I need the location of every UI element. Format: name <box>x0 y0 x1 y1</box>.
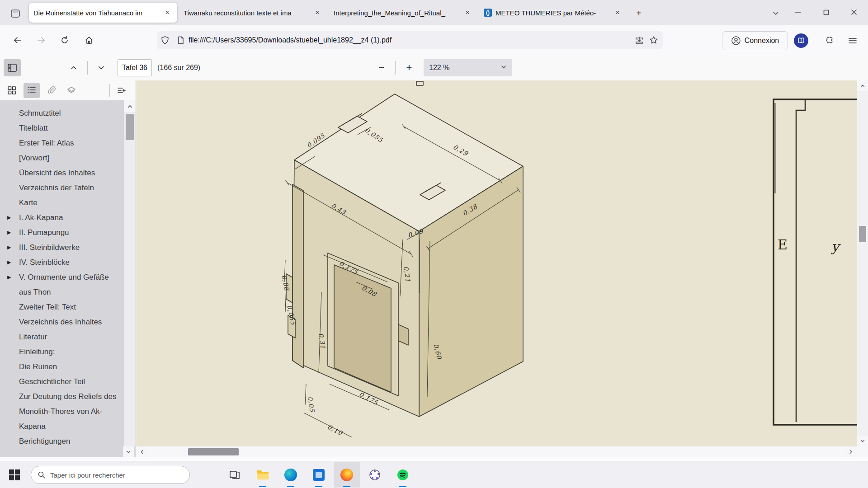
outline-item[interactable]: Verzeichnis des Inhaltes <box>19 314 123 329</box>
outline-item[interactable]: ▶I. Ak-Kapana <box>19 210 123 225</box>
browser-titlebar: Die Ruinenstätte von Tiahuanaco im×Tiwan… <box>0 0 868 25</box>
firefox-view-icon[interactable] <box>6 5 24 22</box>
attachments-paperclip-icon[interactable] <box>43 83 60 98</box>
zoom-out-button[interactable]: − <box>373 59 390 76</box>
outline-item[interactable]: Literatur <box>19 329 123 344</box>
start-button[interactable] <box>4 464 25 486</box>
layers-icon[interactable] <box>63 83 80 98</box>
toggle-sidebar-button[interactable] <box>4 59 21 76</box>
window-minimize-button[interactable] <box>784 1 812 23</box>
vertical-scrollbar[interactable] <box>857 80 868 446</box>
tiahuanaco-stone-drawing: 0,0950,0550,290,430,090,380,080,0550,175… <box>136 80 858 446</box>
outline-item[interactable]: Erster Teil: Atlas <box>19 136 123 150</box>
reload-icon[interactable] <box>56 32 73 49</box>
geogebra-app-icon[interactable] <box>362 462 388 488</box>
expand-triangle-icon[interactable]: ▶ <box>7 270 11 285</box>
horizontal-scroll-thumb[interactable] <box>188 448 239 455</box>
outline-item[interactable]: Verzeichnis der Tafeln <box>19 180 123 195</box>
expand-triangle-icon[interactable]: ▶ <box>7 240 11 255</box>
scroll-right-icon[interactable] <box>845 446 856 457</box>
next-page-button[interactable] <box>93 59 110 76</box>
outline-item[interactable]: Die Ruinen <box>19 359 123 374</box>
tab-close-icon[interactable]: × <box>462 7 473 18</box>
file-explorer-icon[interactable] <box>250 462 276 488</box>
expand-triangle-icon[interactable]: ▶ <box>7 210 11 225</box>
dimension-label: 0,05 <box>307 396 316 413</box>
tab-close-icon[interactable]: × <box>612 7 623 18</box>
browser-tab[interactable]: Interpreting_the_Meaning_of_Ritual_× <box>329 3 477 23</box>
outline-item[interactable]: Schmutztitel <box>19 106 123 121</box>
tab-strip: Die Ruinenstätte von Tiahuanaco im×Tiwan… <box>28 0 628 25</box>
browser-tab[interactable]: Tiwanaku reconstitution texte et ima× <box>179 3 327 23</box>
expand-triangle-icon[interactable]: ▶ <box>7 225 11 240</box>
shield-icon[interactable] <box>160 36 170 45</box>
browser-tab[interactable]: Die Ruinenstätte von Tiahuanaco im× <box>29 3 177 23</box>
photos-app-icon[interactable] <box>306 462 332 488</box>
sidebar-scroll-thumb[interactable] <box>126 114 134 140</box>
outline-item[interactable]: Einleitung: <box>19 344 123 359</box>
taskbar-search-input[interactable]: Taper ici pour rechercher <box>31 466 190 484</box>
outline-item-label: Schmutztitel <box>19 109 61 117</box>
back-button[interactable] <box>9 32 26 49</box>
previous-page-button[interactable] <box>65 59 82 76</box>
scroll-down-icon[interactable] <box>857 436 868 446</box>
list-all-tabs-chevron-icon[interactable] <box>768 5 784 21</box>
download-page-icon[interactable] <box>635 36 644 45</box>
outline-view-icon[interactable] <box>24 83 40 98</box>
task-view-icon[interactable] <box>222 462 248 488</box>
edge-browser-icon[interactable] <box>278 462 304 488</box>
current-outline-item-icon[interactable] <box>113 83 130 98</box>
thumbnails-view-icon[interactable] <box>4 83 20 98</box>
window-maximize-button[interactable] <box>812 1 840 23</box>
outline-item[interactable]: Karte <box>19 195 123 210</box>
meteo-favicon-icon: () <box>484 9 492 17</box>
window-close-button[interactable] <box>840 1 868 23</box>
page-number-input[interactable] <box>118 59 152 76</box>
windows-taskbar: Taper ici pour rechercher 83% 11°C <box>0 461 868 488</box>
forward-button[interactable] <box>33 32 50 49</box>
outline-item-label: I. Ak-Kapana <box>19 213 63 222</box>
outline-item[interactable]: Übersicht des Inhaltes <box>19 165 123 180</box>
extensions-puzzle-icon[interactable] <box>821 33 837 49</box>
spotify-icon[interactable] <box>390 462 416 488</box>
url-bar[interactable]: file:///C:/Users/33695/Downloads/stuebel… <box>157 31 663 49</box>
outline-item[interactable]: ▶IV. Steinblöcke <box>19 255 123 270</box>
menu-hamburger-icon[interactable] <box>844 33 861 49</box>
outline-item[interactable]: Zur Deutung des Reliefs des Monolith-Tho… <box>19 389 123 434</box>
outline-item[interactable]: ▶II. Pumapungu <box>19 225 123 240</box>
sidebar-scroll-up-icon[interactable] <box>124 100 136 112</box>
outline-item-label: Verzeichnis des Inhaltes <box>19 318 102 326</box>
scroll-up-icon[interactable] <box>857 80 868 91</box>
outline-item-label: Erster Teil: Atlas <box>19 139 74 147</box>
connexion-button[interactable]: Connexion <box>722 31 788 50</box>
tab-label: Die Ruinenstätte von Tiahuanaco im <box>33 9 162 17</box>
firefox-icon[interactable] <box>334 462 360 488</box>
outline-item[interactable]: ▶III. Steinbildwerke <box>19 240 123 255</box>
tab-close-icon[interactable]: × <box>162 7 173 18</box>
outline-item[interactable]: Geschichtlicher Teil <box>19 374 123 389</box>
sidebar-scroll-down-icon[interactable] <box>123 446 134 457</box>
url-text[interactable]: file:///C:/Users/33695/Downloads/stuebel… <box>189 36 631 44</box>
outline-item-label: Zweiter Teil: Text <box>19 303 76 311</box>
page-info-icon[interactable] <box>177 36 185 44</box>
outline-panel: SchmutztitelTitelblattErster Teil: Atlas… <box>0 100 136 457</box>
vertical-scroll-thumb[interactable] <box>859 226 866 242</box>
extension-badge-icon[interactable] <box>794 33 808 48</box>
sidebar-scrollbar[interactable] <box>124 100 136 457</box>
outline-item[interactable]: [Vorwort] <box>19 150 123 165</box>
outline-item[interactable]: Titelblatt <box>19 121 123 136</box>
search-icon <box>38 471 46 479</box>
browser-tab[interactable]: ()METEO THUMERIES par Météo-× <box>479 3 627 23</box>
zoom-select[interactable]: 122 % <box>424 59 512 76</box>
tab-close-icon[interactable]: × <box>312 7 323 18</box>
new-tab-button[interactable]: + <box>631 5 646 21</box>
outline-item[interactable]: ▶V. Ornamente und Gefäße aus Thon <box>19 270 123 300</box>
zoom-in-button[interactable]: + <box>401 59 418 76</box>
scroll-left-icon[interactable] <box>137 446 147 457</box>
home-icon[interactable] <box>80 32 98 49</box>
expand-triangle-icon[interactable]: ▶ <box>7 255 11 270</box>
bookmark-star-icon[interactable] <box>649 36 658 45</box>
outline-item[interactable]: Zweiter Teil: Text <box>19 300 123 314</box>
horizontal-scrollbar[interactable] <box>136 446 868 457</box>
pdf-page[interactable]: 0,0950,0550,290,430,090,380,080,0550,175… <box>136 80 858 446</box>
